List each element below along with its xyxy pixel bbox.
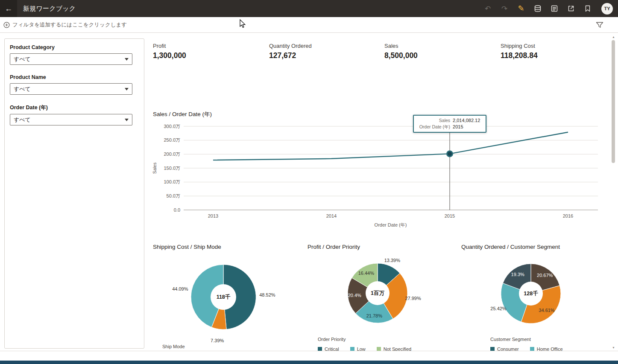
- svg-text:13.39%: 13.39%: [384, 258, 401, 263]
- legend-swatch: [377, 347, 381, 351]
- kpi-label: Profit: [153, 43, 255, 49]
- filter-bar: フィルタを追加するにはここをクリックします: [0, 17, 618, 33]
- user-avatar[interactable]: TY: [601, 3, 613, 15]
- svg-text:50.0万: 50.0万: [167, 193, 180, 198]
- donut-title-customer-segment: Quantity Ordered / Customer Segment: [461, 244, 560, 250]
- svg-text:27.99%: 27.99%: [405, 296, 421, 301]
- sales-line-chart[interactable]: 300.0万250.0万200.0万150.0万100.0万50.0万0.020…: [152, 120, 602, 234]
- redo-icon[interactable]: ↷: [499, 3, 510, 14]
- kpi-value: 118,208.84: [501, 51, 603, 60]
- legend-label: Low: [357, 347, 366, 351]
- tooltip-value: 2015: [453, 124, 482, 130]
- legend-item[interactable]: Low: [350, 347, 366, 351]
- ship-mode-donut-chart[interactable]: 118千48.52%7.39%44.09%: [153, 252, 302, 348]
- filter-funnel-icon[interactable]: [596, 22, 603, 28]
- product-category-value: すべて: [14, 55, 31, 63]
- svg-text:118千: 118千: [217, 294, 231, 300]
- legend-title-ship-mode: Ship Mode: [162, 344, 185, 349]
- vertical-scrollbar[interactable]: ▲ ▼: [611, 34, 616, 350]
- dataset-icon[interactable]: [533, 3, 543, 14]
- svg-text:25.42%: 25.42%: [490, 306, 507, 311]
- footer-bar: [0, 361, 618, 364]
- tooltip-label: Order Date (年): [418, 124, 450, 130]
- chart-tooltip: Sales 2,014,082.12 Order Date (年) 2015: [413, 115, 486, 133]
- filter-label-product-category: Product Category: [10, 44, 55, 50]
- legend-swatch: [350, 347, 354, 351]
- legend-row-customer-segment: Consumer Home Office: [490, 347, 563, 351]
- legend-row-order-priority: Critical Low Not Specified: [318, 347, 411, 351]
- scrollbar-thumb[interactable]: [612, 40, 615, 163]
- legend-label: Not Specified: [384, 347, 411, 351]
- kpi-label: Sales: [384, 43, 487, 49]
- legend-item[interactable]: Critical: [318, 347, 339, 351]
- legend-label: Critical: [325, 347, 339, 351]
- product-category-select[interactable]: すべて: [10, 53, 132, 65]
- scroll-down-icon[interactable]: ▼: [611, 345, 616, 350]
- svg-text:2013: 2013: [208, 213, 218, 218]
- back-arrow-icon: ←: [5, 4, 12, 13]
- svg-text:2015: 2015: [445, 213, 455, 218]
- kpi-label: Quantity Ordered: [269, 43, 372, 49]
- legend-swatch: [490, 347, 495, 351]
- svg-text:0.0: 0.0: [174, 207, 180, 213]
- svg-text:20.67%: 20.67%: [537, 273, 553, 278]
- legend-title-customer-segment: Customer Segment: [490, 337, 531, 342]
- svg-text:Order Date (年): Order Date (年): [375, 222, 407, 227]
- filter-label-order-date: Order Date (年): [10, 104, 48, 111]
- kpi-value: 1,300,000: [153, 51, 255, 60]
- export-icon[interactable]: [566, 3, 576, 14]
- horizontal-scroll-area: [0, 351, 618, 361]
- svg-text:16.44%: 16.44%: [358, 271, 375, 276]
- kpi-tile-sales[interactable]: Sales 8,500,000: [384, 43, 487, 60]
- kpi-tile-shipping-cost[interactable]: Shipping Cost 118,208.84: [501, 43, 603, 60]
- legend-label: Home Office: [537, 347, 563, 351]
- legend-item[interactable]: Home Office: [530, 347, 563, 351]
- add-filter-label: フィルタを追加するにはここをクリックします: [12, 21, 127, 29]
- svg-text:20.4%: 20.4%: [348, 293, 361, 298]
- filter-panel: Product Category すべて Product Name すべて Or…: [4, 38, 144, 349]
- svg-text:100.0万: 100.0万: [164, 179, 180, 184]
- svg-text:300.0万: 300.0万: [164, 124, 180, 129]
- line-chart-title: Sales / Order Date (年): [153, 111, 212, 118]
- tooltip-label: Sales: [418, 117, 450, 123]
- customer-segment-donut-chart[interactable]: 128千20.67%34.61%25.42%19.3%: [459, 252, 608, 348]
- svg-text:2014: 2014: [326, 213, 337, 218]
- undo-icon[interactable]: ↶: [483, 3, 493, 14]
- kpi-tile-profit[interactable]: Profit 1,300,000: [153, 43, 255, 60]
- kpi-label: Shipping Cost: [501, 43, 603, 49]
- legend-label: Consumer: [497, 347, 519, 351]
- legend-swatch: [318, 347, 322, 351]
- page-title: 新規ワークブック: [23, 5, 76, 13]
- chevron-down-icon: [125, 88, 129, 90]
- donut-title-order-priority: Profit / Order Priority: [308, 244, 360, 250]
- product-name-select[interactable]: すべて: [10, 83, 132, 95]
- svg-text:7.39%: 7.39%: [211, 338, 224, 343]
- svg-text:44.09%: 44.09%: [172, 286, 188, 291]
- svg-text:150.0万: 150.0万: [164, 166, 180, 171]
- svg-text:34.61%: 34.61%: [539, 308, 555, 313]
- notes-icon[interactable]: [549, 3, 559, 14]
- order-date-select[interactable]: すべて: [10, 114, 132, 125]
- filter-label-product-name: Product Name: [10, 74, 46, 80]
- edit-icon[interactable]: ✎: [516, 3, 526, 14]
- legend-swatch: [530, 347, 534, 351]
- toolbar: ↶ ↷ ✎ TY: [483, 3, 618, 15]
- mouse-cursor: [240, 19, 246, 29]
- order-priority-donut-chart[interactable]: 1百万13.39%27.99%21.78%20.4%16.44%: [305, 252, 454, 348]
- add-filter-plus-icon: [3, 22, 10, 28]
- back-button[interactable]: ←: [0, 0, 17, 17]
- app-header: ← 新規ワークブック ↶ ↷ ✎ TY: [0, 0, 618, 17]
- legend-item[interactable]: Not Specified: [377, 347, 411, 351]
- order-date-value: すべて: [14, 116, 31, 124]
- svg-text:250.0万: 250.0万: [164, 137, 180, 143]
- workbook-canvas: Product Category すべて Product Name すべて Or…: [0, 32, 618, 351]
- kpi-value: 8,500,000: [384, 51, 487, 60]
- scroll-up-icon[interactable]: ▲: [611, 34, 616, 39]
- bookmark-icon[interactable]: [583, 3, 593, 14]
- kpi-tile-quantity-ordered[interactable]: Quantity Ordered 127,672: [269, 43, 372, 60]
- svg-text:Sales: Sales: [152, 163, 157, 174]
- add-filter-button[interactable]: フィルタを追加するにはここをクリックします: [3, 21, 127, 29]
- kpi-value: 127,672: [269, 51, 372, 60]
- svg-text:21.78%: 21.78%: [366, 313, 383, 318]
- legend-item[interactable]: Consumer: [490, 347, 519, 351]
